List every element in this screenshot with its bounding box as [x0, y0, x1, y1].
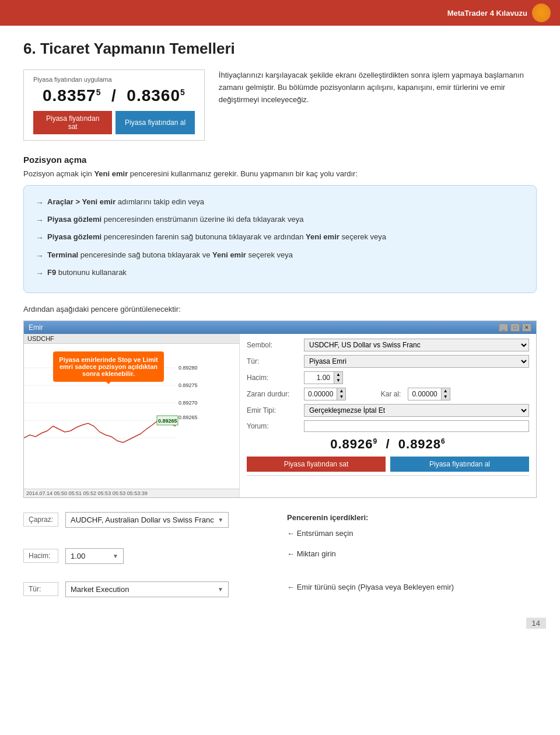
chart-symbol: USDCHF [27, 335, 54, 342]
order-form-area: Sembol: USDCHF, US Dollar vs Swiss Franc… [240, 334, 536, 497]
ordertype-select[interactable]: Gerçekleşmezse İptal Et [304, 404, 529, 417]
sub-section-title: Ardından aşağıdaki pencere görüntülenece… [23, 305, 537, 313]
volume-down-btn[interactable]: ▼ [334, 378, 342, 384]
symbol-row: Sembol: USDCHF, US Dollar vs Swiss Franc [247, 339, 529, 351]
stoploss-down-btn[interactable]: ▼ [337, 394, 345, 400]
info-item-5: → F9 butonunu kullanarak [36, 266, 524, 281]
volume-field-label: Hacim: [23, 549, 58, 563]
takeprofit-up-btn[interactable]: ▲ [442, 388, 450, 394]
info-item-4: → Terminal penceresinde sağ butona tıkla… [36, 248, 524, 263]
type-field-row: Tür: Market Execution ▼ [23, 581, 273, 597]
sell-button[interactable]: Piyasa fiyatından sat [33, 111, 112, 134]
volume-field-row: Hacim: 1.00 ▼ [23, 548, 273, 564]
stoploss-up-btn[interactable]: ▲ [337, 388, 345, 394]
order-window-body: USDCHF Piyasa emirlerinde Stop ve Limit … [24, 334, 536, 497]
arrow-icon-5: → [36, 266, 44, 281]
volume-field-value: 1.00 [71, 552, 85, 560]
volume-dropdown-arrow: ▼ [113, 553, 118, 559]
type-select[interactable]: Piyasa Emri [304, 355, 529, 368]
order-form-buttons: Piyasa fiyatından sat Piyasa fiyatından … [247, 457, 529, 472]
buy-button[interactable]: Piyasa fiyatından al [116, 111, 194, 134]
chart-symbol-bar: USDCHF [24, 334, 239, 344]
chart-tooltip: Piyasa emirlerinde Stop ve Limit emri sa… [53, 351, 164, 382]
info-box: → Araçlar > Yeni emir adımlarını takip e… [23, 185, 537, 293]
price-widget: Piyasa fiyatından uygulama 0.83575 / 0.8… [23, 69, 205, 141]
arrow-icon-2: → [36, 213, 44, 228]
type-field-select[interactable]: Market Execution ▼ [65, 581, 229, 597]
restore-btn[interactable]: □ [510, 323, 520, 332]
info-item-3: → Piyasa gözlemi penceresinden farenin s… [36, 230, 524, 245]
stoploss-label: Zararı durdur: [247, 390, 299, 398]
stoploss-row: Zararı durdur: 0.00000 ▲ ▼ Kar al: 0.000… [247, 388, 529, 400]
takeprofit-value: 0.00000 [408, 389, 440, 399]
pencerenin-item-3: ← Emir türünü seçin (Piyasa veya Bekleye… [287, 581, 537, 594]
symbol-field-value: AUDCHF, Australian Dollar vs Swiss Franc [71, 515, 214, 524]
type-field-value: Market Execution [71, 585, 129, 594]
order-window-title: Emir [29, 323, 43, 332]
volume-spinner: 1.00 ▲ ▼ [304, 371, 343, 384]
volume-spinner-btns: ▲ ▼ [334, 372, 342, 384]
stoploss-spinner: 0.00000 ▲ ▼ [304, 388, 346, 400]
volume-value: 1.00 [304, 372, 334, 383]
section-pozisyon-title: Pozisyon açma [23, 155, 537, 165]
header-bar: MetaTrader 4 Kılavuzu [0, 0, 560, 26]
arrow-icon-4: → [36, 249, 44, 263]
stoploss-value: 0.00000 [304, 389, 337, 399]
bottom-fields: Çapraz: AUDCHF, Australian Dollar vs Swi… [23, 512, 537, 607]
pencerenin-title: Pencerenin içerdikleri: [287, 512, 537, 524]
arrow-icon-1: → [36, 196, 44, 210]
minimize-btn[interactable]: _ [499, 323, 508, 332]
symbol-label: Sembol: [247, 341, 299, 349]
volume-label: Hacim: [247, 374, 299, 382]
volume-row: Hacim: 1.00 ▲ ▼ [247, 371, 529, 384]
chart-date-bar: 2014.07.14 05:50 05:51 05:52 05:53 05:53… [24, 489, 239, 497]
price-display: 0.83575 / 0.83605 [33, 86, 195, 105]
metatrader-logo [532, 4, 551, 22]
volume-field-select[interactable]: 1.00 ▼ [65, 548, 124, 564]
intro-box: Piyasa fiyatından uygulama 0.83575 / 0.8… [23, 69, 537, 141]
symbol-field-select[interactable]: AUDCHF, Australian Dollar vs Swiss Franc… [65, 512, 229, 528]
chapter-title: 6. Ticaret Yapmanın Temelleri [23, 40, 537, 58]
widget-buttons: Piyasa fiyatından sat Piyasa fiyatından … [33, 111, 195, 134]
svg-text:0.89275: 0.89275 [178, 382, 198, 388]
svg-text:0.89265: 0.89265 [158, 418, 177, 424]
ordertype-row: Emir Tipi: Gerçekleşmezse İptal Et [247, 404, 529, 417]
comment-label: Yorum: [247, 422, 299, 430]
chart-area: USDCHF Piyasa emirlerinde Stop ve Limit … [24, 334, 240, 497]
header-title: MetaTrader 4 Kılavuzu [447, 9, 527, 18]
order-window-titlebar: Emir _ □ ✕ [24, 321, 536, 334]
type-label: Tür: [247, 357, 299, 365]
svg-text:0.89280: 0.89280 [178, 365, 198, 371]
page-footer: 14 [526, 618, 546, 629]
type-section: Tür: Market Execution ▼ ← Emir türünü se… [23, 581, 537, 607]
svg-text:0.89265: 0.89265 [178, 414, 198, 420]
svg-text:0.89270: 0.89270 [178, 400, 198, 406]
symbol-select[interactable]: USDCHF, US Dollar vs Swiss Franc [304, 339, 529, 351]
takeprofit-down-btn[interactable]: ▼ [442, 394, 450, 400]
type-dropdown-arrow: ▼ [218, 586, 223, 593]
info-item-2: → Piyasa gözlemi penceresinden enstrüman… [36, 213, 524, 228]
section-pozisyon-desc: Pozisyon açmak için Yeni emir penceresin… [23, 169, 537, 178]
info-item-1: → Araçlar > Yeni emir adımlarını takip e… [36, 195, 524, 210]
pencerenin-item-1: ← Entsrüman seçin [287, 528, 537, 540]
takeprofit-spinner: 0.00000 ▲ ▼ [408, 388, 450, 400]
type-row: Tür: Piyasa Emri [247, 355, 529, 368]
volume-section: Hacim: 1.00 ▼ ← Miktarı girin [23, 548, 537, 573]
order-sell-button[interactable]: Piyasa fiyatından sat [247, 457, 386, 472]
arrow-icon-3: → [36, 231, 44, 245]
titlebar-controls: _ □ ✕ [499, 323, 531, 332]
type-field-label: Tür: [23, 582, 58, 596]
volume-up-btn[interactable]: ▲ [334, 372, 342, 378]
intro-text: İhtiyaçlarınızı karşılayacak şekilde ekr… [219, 69, 537, 106]
order-buy-button[interactable]: Piyasa fiyatından al [390, 457, 529, 472]
close-btn[interactable]: ✕ [522, 323, 531, 332]
page-content: 6. Ticaret Yapmanın Temelleri Piyasa fiy… [0, 26, 560, 638]
comment-row: Yorum: [247, 420, 529, 432]
comment-input[interactable] [304, 420, 529, 432]
ordertype-label: Emir Tipi: [247, 406, 299, 414]
takeprofit-label: Kar al: [351, 390, 403, 398]
widget-title: Piyasa fiyatından uygulama [33, 76, 195, 83]
symbol-field-label: Çapraz: [23, 513, 58, 527]
order-window-container: Emir _ □ ✕ USDCHF Piyasa emirlerinde Sto… [23, 321, 537, 498]
pencerenin-section: Çapraz: AUDCHF, Australian Dollar vs Swi… [23, 512, 537, 540]
